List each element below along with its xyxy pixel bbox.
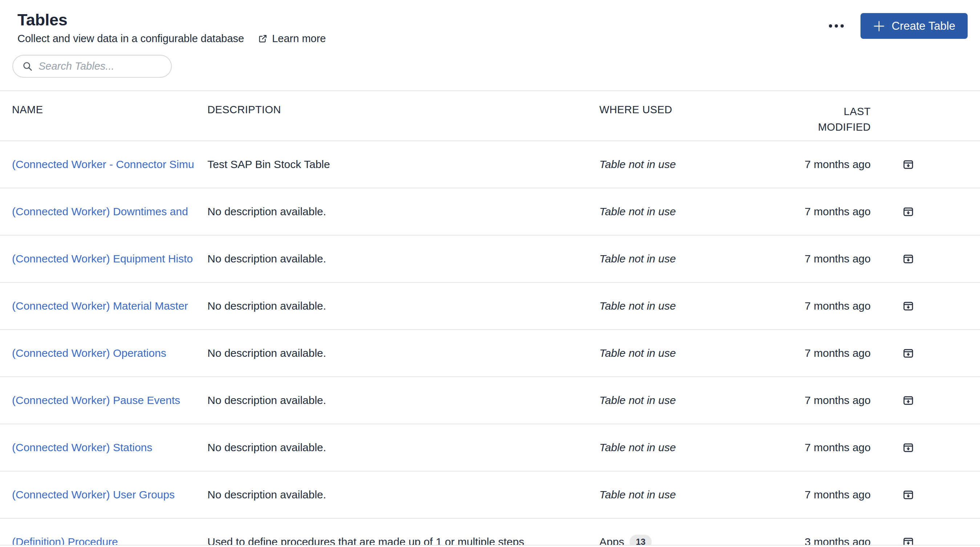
where-used-status: Table not in use	[599, 347, 676, 359]
table-description: No description available.	[207, 441, 599, 454]
ellipsis-icon	[829, 24, 832, 28]
archive-table-button[interactable]	[900, 298, 916, 314]
table-header-row: NAME DESCRIPTION WHERE USED LAST MODIFIE…	[0, 91, 980, 141]
column-header-name: NAME	[0, 104, 207, 116]
create-table-button[interactable]: Create Table	[861, 13, 968, 39]
column-header-last-modified: LAST MODIFIED	[763, 104, 871, 135]
table-name-link[interactable]: (Definition) Procedure	[12, 536, 118, 545]
table-name-link[interactable]: (Connected Worker - Connector Simu	[12, 158, 194, 170]
page-title: Tables	[18, 0, 968, 29]
last-modified: 7 months ago	[763, 253, 871, 265]
page-subtitle: Collect and view data in a configurable …	[18, 32, 244, 44]
table-row: (Connected Worker) Operations No descrip…	[0, 330, 980, 377]
table-row: (Connected Worker) Equipment Histo No de…	[0, 236, 980, 283]
table-row: (Connected Worker - Connector Simu Test …	[0, 141, 980, 189]
table-name-link[interactable]: (Connected Worker) Stations	[12, 441, 152, 453]
table-row: (Connected Worker) Stations No descripti…	[0, 424, 980, 471]
where-used-status: Table not in use	[599, 394, 676, 406]
last-modified: 7 months ago	[763, 205, 871, 218]
table-description: Test SAP Bin Stock Table	[207, 158, 599, 171]
table-name-link[interactable]: (Connected Worker) User Groups	[12, 488, 175, 501]
table-description: Used to define procedures that are made …	[207, 536, 599, 545]
where-used-apps-label: Apps	[599, 536, 624, 545]
archive-table-button[interactable]	[900, 251, 916, 267]
where-used-status: Table not in use	[599, 158, 676, 171]
ellipsis-icon	[835, 24, 838, 28]
usage-count-badge: 13	[630, 535, 652, 545]
search-input[interactable]	[38, 60, 164, 72]
archive-icon	[902, 347, 914, 359]
table-row: (Connected Worker) Pause Events No descr…	[0, 377, 980, 424]
last-modified: 7 months ago	[763, 394, 871, 406]
table-name-link[interactable]: (Connected Worker) Operations	[12, 347, 166, 359]
search-box	[12, 55, 172, 78]
ellipsis-icon	[840, 24, 844, 28]
table-row: (Connected Worker) Downtimes and No desc…	[0, 189, 980, 236]
archive-icon	[902, 536, 914, 546]
where-used-status: Table not in use	[599, 441, 676, 454]
where-used-status: Table not in use	[599, 205, 676, 218]
plus-icon	[873, 20, 885, 32]
archive-table-button[interactable]	[900, 204, 916, 220]
last-modified: 7 months ago	[763, 300, 871, 312]
archive-table-button[interactable]	[900, 487, 916, 503]
column-header-where-used: WHERE USED	[599, 104, 763, 116]
page-header: Tables Collect and view data in a config…	[0, 0, 980, 44]
table-description: No description available.	[207, 300, 599, 312]
table-name-link[interactable]: (Connected Worker) Pause Events	[12, 394, 180, 406]
more-options-button[interactable]	[827, 21, 845, 31]
where-used-status: Table not in use	[599, 488, 676, 501]
table-description: No description available.	[207, 394, 599, 406]
table-row: (Connected Worker) Material Master No de…	[0, 283, 980, 330]
where-used-status: Table not in use	[599, 253, 676, 265]
last-modified: 7 months ago	[763, 347, 871, 359]
tables-list: NAME DESCRIPTION WHERE USED LAST MODIFIE…	[0, 90, 980, 545]
learn-more-link[interactable]: Learn more	[258, 32, 326, 44]
archive-table-button[interactable]	[900, 439, 916, 456]
table-description: No description available.	[207, 205, 599, 218]
table-row: (Definition) Procedure Used to define pr…	[0, 519, 980, 545]
archive-icon	[902, 489, 914, 501]
last-modified: 7 months ago	[763, 488, 871, 501]
learn-more-label: Learn more	[272, 32, 326, 44]
last-modified: 7 months ago	[763, 158, 871, 171]
archive-table-button[interactable]	[900, 345, 916, 361]
table-name-link[interactable]: (Connected Worker) Downtimes and	[12, 205, 188, 217]
archive-icon	[902, 206, 914, 218]
column-header-description: DESCRIPTION	[207, 104, 599, 116]
table-description: No description available.	[207, 253, 599, 265]
search-icon	[22, 60, 33, 72]
archive-icon	[902, 300, 914, 312]
archive-icon	[902, 253, 914, 265]
archive-table-button[interactable]	[900, 534, 916, 546]
archive-table-button[interactable]	[900, 392, 916, 409]
table-row: (Connected Worker) User Groups No descri…	[0, 471, 980, 519]
table-name-link[interactable]: (Connected Worker) Equipment Histo	[12, 253, 193, 265]
table-description: No description available.	[207, 488, 599, 501]
where-used-status: Table not in use	[599, 300, 676, 312]
archive-icon	[902, 442, 914, 454]
external-link-icon	[258, 34, 268, 44]
create-table-label: Create Table	[892, 20, 955, 33]
archive-table-button[interactable]	[900, 157, 916, 173]
table-description: No description available.	[207, 347, 599, 359]
archive-icon	[902, 395, 914, 406]
archive-icon	[902, 159, 914, 171]
last-modified: 7 months ago	[763, 441, 871, 454]
table-name-link[interactable]: (Connected Worker) Material Master	[12, 300, 188, 312]
last-modified: 3 months ago	[763, 536, 871, 545]
